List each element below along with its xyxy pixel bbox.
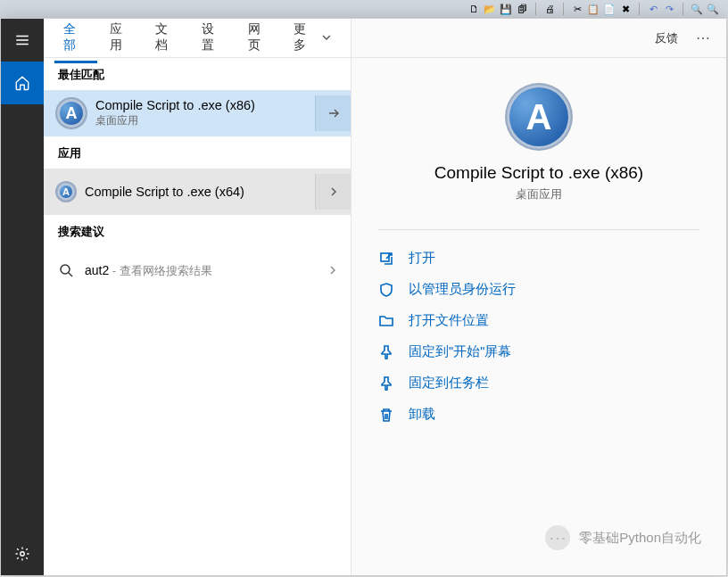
- expand-arrow[interactable]: [315, 95, 351, 131]
- toolbar-icon: ✖: [619, 3, 632, 15]
- result-title: Compile Script to .exe (x64): [85, 185, 315, 199]
- left-rail: [1, 19, 44, 575]
- pin-icon: [378, 344, 394, 360]
- chevron-down-icon: [322, 33, 331, 42]
- action-label: 打开: [409, 250, 435, 267]
- toolbar-icon: 🔍: [707, 3, 719, 15]
- toolbar-icon: 📂: [484, 3, 496, 15]
- action-run-admin[interactable]: 以管理员身份运行: [378, 277, 699, 301]
- expand-arrow[interactable]: [315, 174, 351, 210]
- detail-subtitle: 桌面应用: [516, 186, 562, 202]
- tab-more-label: 更多: [294, 21, 318, 54]
- toolbar-icon: 🖨: [543, 3, 556, 15]
- result-subtitle: 桌面应用: [95, 113, 315, 128]
- toolbar-icon: 📄: [603, 3, 616, 15]
- chevron-right-icon: [329, 187, 338, 196]
- results-column: 全部 应用 文档 设置 网页 更多 最佳匹配 A Compile Script …: [44, 19, 352, 575]
- result-title: Compile Script to .exe (x86): [95, 98, 315, 112]
- tab-settings[interactable]: 设置: [193, 12, 236, 63]
- suggestion-query: aut2: [85, 263, 109, 277]
- toolbar-icon: ↶: [647, 3, 659, 15]
- tab-all[interactable]: 全部: [54, 12, 97, 63]
- app-icon: A: [56, 98, 87, 128]
- action-uninstall[interactable]: 卸载: [378, 402, 699, 426]
- app-icon: A: [56, 182, 76, 202]
- detail-column: 反馈 ⋯ A Compile Script to .exe (x86) 桌面应用…: [352, 19, 726, 575]
- action-open-location[interactable]: 打开文件位置: [378, 309, 699, 333]
- tab-more[interactable]: 更多: [285, 12, 340, 63]
- scope-tabs: 全部 应用 文档 设置 网页 更多: [44, 19, 351, 58]
- search-icon: [56, 260, 76, 280]
- svg-point-1: [61, 265, 70, 274]
- toolbar-icon: 🗋: [467, 3, 480, 15]
- trash-icon: [378, 407, 394, 423]
- toolbar-icon: ✂: [571, 3, 583, 15]
- svg-point-0: [21, 552, 25, 556]
- search-suggestion[interactable]: aut2 - 查看网络搜索结果: [44, 247, 351, 293]
- pin-icon: [378, 375, 394, 392]
- home-button[interactable]: [1, 62, 44, 104]
- detail-hero: A Compile Script to .exe (x86) 桌面应用: [378, 85, 699, 202]
- settings-button[interactable]: [1, 532, 44, 575]
- toolbar-icon: 🔍: [691, 3, 703, 15]
- detail-actions: 打开 以管理员身份运行 打开文件位置 固定到"开始"屏幕 固定到任务栏: [378, 246, 699, 426]
- detail-app-icon: A: [507, 85, 571, 149]
- best-match-result[interactable]: A Compile Script to .exe (x86) 桌面应用: [44, 90, 351, 136]
- expand-arrow[interactable]: [315, 252, 351, 288]
- action-label: 固定到"开始"屏幕: [409, 343, 511, 360]
- gear-icon: [14, 546, 30, 562]
- hamburger-button[interactable]: [1, 19, 44, 62]
- toolbar-icon: ↷: [663, 3, 675, 15]
- feedback-link[interactable]: 反馈: [649, 30, 683, 46]
- folder-icon: [378, 313, 394, 329]
- start-search-panel: 全部 应用 文档 设置 网页 更多 最佳匹配 A Compile Script …: [0, 18, 727, 576]
- detail-header-bar: 反馈 ⋯: [352, 19, 726, 58]
- tab-apps[interactable]: 应用: [101, 12, 144, 63]
- action-open[interactable]: 打开: [378, 246, 699, 270]
- arrow-right-icon: [327, 106, 341, 120]
- shield-icon: [378, 282, 394, 298]
- action-label: 固定到任务栏: [409, 375, 489, 392]
- open-icon: [378, 251, 394, 267]
- tab-web[interactable]: 网页: [239, 12, 282, 63]
- action-label: 以管理员身份运行: [409, 281, 516, 298]
- action-pin-taskbar[interactable]: 固定到任务栏: [378, 371, 699, 395]
- toolbar-icon: 💾: [500, 3, 512, 15]
- app-result[interactable]: A Compile Script to .exe (x64): [44, 169, 351, 215]
- tab-documents[interactable]: 文档: [146, 12, 189, 63]
- home-icon: [14, 75, 30, 91]
- action-pin-start[interactable]: 固定到"开始"屏幕: [378, 340, 699, 364]
- chevron-right-icon: [328, 266, 337, 275]
- action-label: 卸载: [409, 406, 435, 423]
- section-best-match: 最佳匹配: [44, 58, 351, 90]
- toolbar-icon: 📋: [587, 3, 600, 15]
- divider: [378, 229, 699, 230]
- hamburger-icon: [14, 32, 30, 48]
- suggestion-hint: - 查看网络搜索结果: [109, 264, 212, 277]
- more-options-button[interactable]: ⋯: [692, 29, 714, 46]
- action-label: 打开文件位置: [409, 312, 489, 329]
- detail-title: Compile Script to .exe (x86): [434, 163, 643, 183]
- section-suggestions: 搜索建议: [44, 215, 351, 247]
- section-apps: 应用: [44, 136, 351, 169]
- toolbar-icon: 🗐: [516, 3, 528, 15]
